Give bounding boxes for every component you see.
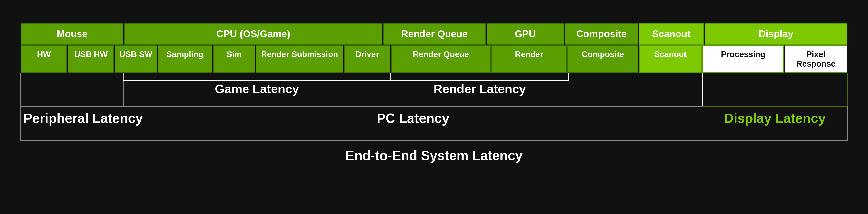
scanout-cell: Scanout [639,46,702,73]
render-queue-cell: Render Queue [391,46,491,73]
render-queue-header: Render Queue [383,23,486,45]
peripheral-latency-label: Peripheral Latency [23,111,143,126]
pixel-response-cell: Pixel Response [784,46,847,73]
latency-brackets: Game Latency Render Latency Peripheral L… [21,73,847,183]
usb-sw-cell: USB SW [115,46,157,73]
cpu-header: CPU (OS/Game) [124,23,382,45]
sub-row: HW USB HW USB SW Sampling Sim Render Sub… [21,46,847,73]
gpu-header: GPU [487,23,564,45]
composite-cell: Composite [567,46,638,73]
usb-hw-cell: USB HW [68,46,114,73]
composite-header: Composite [565,23,638,45]
latency-diagram: Mouse CPU (OS/Game) Render Queue GPU Com… [10,16,858,198]
sampling-cell: Sampling [158,46,212,73]
render-latency-label: Render Latency [433,82,526,96]
display-header: Display [705,23,847,45]
hw-cell: HW [21,46,67,73]
processing-cell: Processing [703,46,783,73]
render-submission-cell: Render Submission [256,46,343,73]
game-latency-label: Game Latency [215,82,299,96]
driver-cell: Driver [344,46,391,73]
sim-cell: Sim [213,46,255,73]
display-latency-label: Display Latency [724,111,826,126]
render-cell: Render [492,46,566,73]
scanout-header: Scanout [639,23,704,45]
mouse-header: Mouse [21,23,123,45]
header-row: Mouse CPU (OS/Game) Render Queue GPU Com… [21,23,847,45]
e2e-latency-label: End-to-End System Latency [345,148,523,163]
pc-latency-label: PC Latency [376,111,449,126]
